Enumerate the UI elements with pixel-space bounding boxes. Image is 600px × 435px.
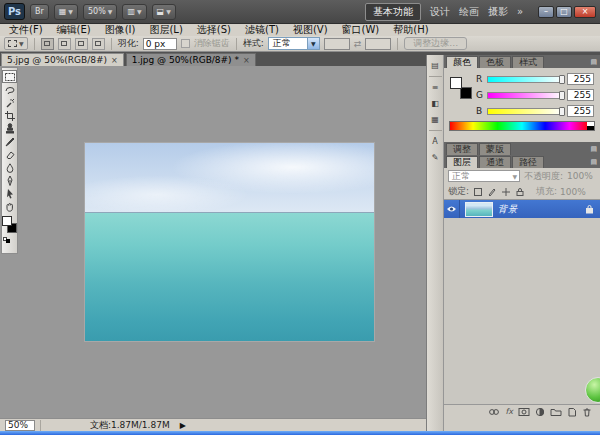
tab-channels[interactable]: 通道	[479, 156, 511, 168]
tab-styles[interactable]: 样式	[512, 56, 544, 68]
workspace-essentials[interactable]: 基本功能	[365, 3, 421, 21]
menu-image[interactable]: 图像(I)	[98, 24, 143, 36]
layer-style-icon[interactable]: fx	[505, 407, 513, 416]
status-zoom-input[interactable]: 50%	[5, 420, 35, 431]
height-input[interactable]	[365, 38, 391, 50]
panel-info-icon[interactable]: ◧	[429, 98, 442, 109]
crop-tool[interactable]	[2, 109, 17, 122]
clone-stamp-tool[interactable]	[2, 122, 17, 135]
selection-subtract-button[interactable]	[75, 38, 88, 50]
tool-preset-picker[interactable]: ▼	[4, 37, 28, 50]
menu-filter[interactable]: 滤镜(T)	[238, 24, 286, 36]
lasso-tool[interactable]	[2, 83, 17, 96]
blue-slider[interactable]	[487, 108, 563, 115]
add-mask-icon[interactable]	[518, 407, 530, 417]
panel-menu-icon[interactable]: ▤	[590, 58, 600, 68]
workspace-design[interactable]: 设计	[430, 5, 450, 19]
antialias-checkbox[interactable]	[181, 39, 190, 48]
lock-transparency-icon[interactable]	[472, 186, 483, 197]
menu-view[interactable]: 视图(V)	[286, 24, 335, 36]
document-tab-inactive[interactable]: 1.jpg @ 50%(RGB/8#) * ×	[126, 53, 256, 66]
blend-mode-select[interactable]: 正常▼	[448, 170, 520, 182]
link-dimensions-icon[interactable]: ⇄	[354, 39, 362, 49]
document-tab-active[interactable]: 5.jpg @ 50%(RGB/8#) ×	[1, 53, 124, 66]
visibility-toggle[interactable]	[444, 200, 460, 218]
panel-navigator-icon[interactable]: ▦	[429, 114, 442, 125]
foreground-color-swatch[interactable]	[450, 77, 462, 89]
tab-paths[interactable]: 路径	[512, 156, 544, 168]
new-layer-icon[interactable]	[567, 407, 577, 417]
hand-tool[interactable]	[2, 200, 17, 213]
close-tab-icon[interactable]: ×	[111, 56, 118, 65]
document-image-ocean[interactable]	[85, 143, 374, 341]
zoom-level-select[interactable]: 50%▼	[83, 4, 117, 20]
default-colors-icon[interactable]	[3, 237, 10, 243]
rectangular-marquee-tool[interactable]	[2, 70, 17, 83]
magic-wand-tool[interactable]	[2, 96, 17, 109]
green-value-input[interactable]: 255	[567, 89, 594, 101]
layer-thumbnail[interactable]	[465, 202, 493, 217]
screen-mode-button[interactable]: ⬓▼	[152, 4, 176, 20]
panel-history-icon[interactable]: ▤	[429, 60, 442, 71]
link-layers-icon[interactable]	[488, 407, 500, 417]
selection-add-button[interactable]	[58, 38, 71, 50]
panel-brushes-icon[interactable]: ✎	[429, 152, 442, 163]
foreground-color-swatch[interactable]	[2, 216, 12, 226]
red-value-input[interactable]: 255	[567, 73, 594, 85]
tab-layers[interactable]: 图层	[446, 156, 478, 168]
canvas-area[interactable]	[0, 66, 426, 418]
menu-file[interactable]: 文件(F)	[2, 24, 50, 36]
selection-intersect-button[interactable]	[92, 38, 105, 50]
tab-swatches[interactable]: 色板	[479, 56, 511, 68]
close-tab-icon[interactable]: ×	[243, 56, 250, 65]
tab-adjustments[interactable]: 调整	[446, 143, 478, 155]
view-extras-button[interactable]: ▦▼	[54, 4, 78, 20]
fill-value[interactable]: 100%	[560, 187, 586, 197]
feather-input[interactable]: 0 px	[143, 38, 177, 50]
style-select[interactable]: 正常 ▼	[268, 37, 320, 50]
restore-button[interactable]: □	[556, 6, 572, 18]
tab-color[interactable]: 颜色	[446, 56, 478, 68]
blur-tool[interactable]	[2, 161, 17, 174]
brush-tool[interactable]	[2, 135, 17, 148]
slider-knob[interactable]	[559, 107, 565, 116]
opacity-value[interactable]: 100%	[567, 171, 593, 181]
color-spectrum-ramp[interactable]	[449, 121, 595, 131]
refine-edge-button[interactable]: 调整边缘…	[404, 37, 467, 50]
new-group-icon[interactable]	[550, 407, 562, 417]
pen-tool[interactable]	[2, 174, 17, 187]
blue-value-input[interactable]: 255	[567, 105, 594, 117]
launch-bridge-button[interactable]: Br	[30, 4, 49, 20]
status-flyout-arrow-icon[interactable]: ▶	[180, 421, 186, 430]
panel-character-icon[interactable]: A	[429, 136, 442, 147]
layer-row-background[interactable]: 背景	[444, 200, 600, 218]
menu-help[interactable]: 帮助(H)	[386, 24, 435, 36]
close-button[interactable]: ×	[574, 6, 596, 18]
lock-position-icon[interactable]	[500, 186, 511, 197]
delete-layer-icon[interactable]	[582, 407, 592, 417]
workspace-painting[interactable]: 绘画	[459, 5, 479, 19]
black-swatch[interactable]	[587, 126, 594, 130]
panel-menu-icon[interactable]: ▤	[590, 145, 600, 155]
lock-all-icon[interactable]	[514, 186, 525, 197]
menu-select[interactable]: 选择(S)	[190, 24, 238, 36]
green-slider[interactable]	[487, 92, 563, 99]
path-selection-tool[interactable]	[2, 187, 17, 200]
workspace-photography[interactable]: 摄影	[488, 5, 508, 19]
selection-new-button[interactable]	[41, 38, 54, 50]
eraser-tool[interactable]	[2, 148, 17, 161]
slider-knob[interactable]	[559, 75, 565, 84]
red-slider[interactable]	[487, 76, 563, 83]
menu-layer[interactable]: 图层(L)	[142, 24, 189, 36]
lock-pixels-icon[interactable]	[486, 186, 497, 197]
layer-name[interactable]: 背景	[498, 203, 518, 216]
workspace-overflow-button[interactable]: »	[517, 6, 523, 17]
width-input[interactable]	[324, 38, 350, 50]
slider-knob[interactable]	[559, 91, 565, 100]
adjustment-layer-icon[interactable]	[535, 407, 545, 417]
panel-menu-icon[interactable]: ▤	[590, 158, 600, 168]
menu-window[interactable]: 窗口(W)	[335, 24, 387, 36]
minimize-button[interactable]: –	[538, 6, 554, 18]
panel-actions-icon[interactable]: ≡	[429, 82, 442, 93]
arrange-documents-button[interactable]: ▥▼	[122, 4, 146, 20]
